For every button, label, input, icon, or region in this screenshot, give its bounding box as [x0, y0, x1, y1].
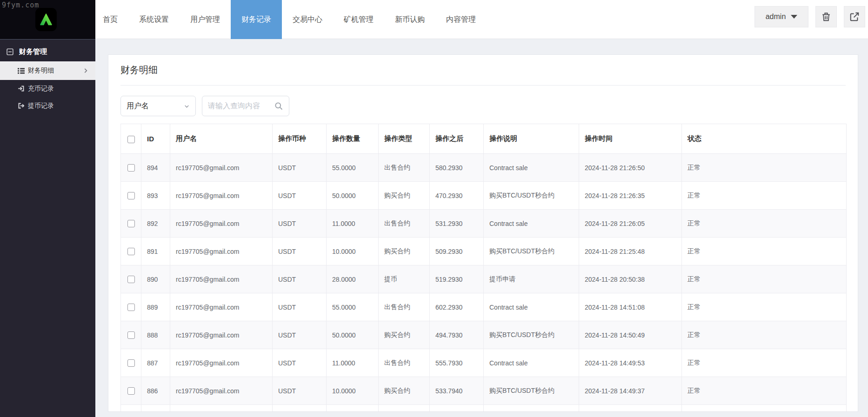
- cell-amount: 55.0000: [327, 154, 379, 182]
- cell-after: 494.7930: [430, 321, 484, 349]
- nav-tab-4[interactable]: 交易中心: [282, 0, 333, 39]
- top-bar-actions: admin: [754, 6, 865, 27]
- search-input[interactable]: [208, 102, 267, 110]
- cell-time: 2024-11-28 21:26:05: [579, 210, 682, 238]
- cell-type: 出售合约: [379, 349, 430, 377]
- page-title: 财务明细: [120, 64, 858, 76]
- row-checkbox[interactable]: [127, 387, 135, 395]
- cell-status: 正常: [682, 349, 847, 377]
- cell-status: 正常: [682, 154, 847, 182]
- cell-username: rc197705@gmail.com: [170, 238, 273, 265]
- chevron-down-icon: [184, 103, 190, 109]
- nav-tab-3[interactable]: 财务记录: [231, 0, 282, 39]
- user-menu-button[interactable]: admin: [754, 6, 808, 27]
- row-checkbox[interactable]: [127, 192, 135, 199]
- app-logo-icon: [35, 8, 57, 31]
- nav-tab-1[interactable]: 系统设置: [128, 0, 180, 39]
- cell-username: rc197705@gmail.com: [170, 377, 273, 405]
- nav-tab-6[interactable]: 新币认购: [384, 0, 435, 39]
- cell-after: 588.7940: [430, 405, 484, 412]
- cell-username: rc197705@gmail.com: [170, 265, 273, 293]
- cell-time: 2024-11-28 20:50:38: [579, 265, 682, 293]
- cell-desc: Contract sale: [484, 210, 579, 238]
- cell-amount: 11.0000: [327, 349, 379, 377]
- cell-type: 出售合约: [379, 210, 430, 238]
- cell-after: 580.2930: [430, 154, 484, 182]
- sign-out-icon: [18, 102, 25, 109]
- admin-app: 9fym.com 首页系统设置用户管理财务记录交易中心矿机管理新币认购内容管理 …: [0, 0, 868, 417]
- column-header: ID: [141, 124, 170, 154]
- row-checkbox[interactable]: [127, 359, 135, 367]
- column-header: 状态: [682, 124, 847, 154]
- cell-type: 购买合约: [379, 182, 430, 210]
- cell-amount: 11.0000: [327, 210, 379, 238]
- cell-id: 888: [141, 321, 170, 349]
- sidebar-item-label: 财务明细: [28, 66, 54, 75]
- cell-amount: 50.0000: [327, 321, 379, 349]
- cell-time: 2024-11-28 21:25:48: [579, 238, 682, 265]
- sign-in-icon: [18, 85, 25, 92]
- cell-username: rc197705@gmail.com: [170, 321, 273, 349]
- row-checkbox[interactable]: [127, 164, 135, 172]
- row-checkbox[interactable]: [127, 304, 135, 311]
- collapse-icon: [6, 48, 14, 56]
- export-button[interactable]: [844, 6, 865, 27]
- cell-amount: 55.0000: [327, 405, 379, 412]
- cell-status: 正常: [682, 265, 847, 293]
- table-body: 894rc197705@gmail.comUSDT55.0000出售合约580.…: [121, 154, 847, 412]
- sidebar-item-2[interactable]: 提币记录: [0, 97, 95, 114]
- chevron-right-icon: [82, 67, 89, 74]
- cell-amount: 10.0000: [327, 238, 379, 265]
- user-name: admin: [766, 13, 786, 21]
- cell-time: 2024-11-28 14:49:53: [579, 349, 682, 377]
- cell-coin: USDT: [273, 154, 327, 182]
- cell-desc: Contract sale: [484, 154, 579, 182]
- sidebar-section-label: 财务管理: [19, 47, 47, 56]
- cell-desc: Contract sale: [484, 293, 579, 321]
- search-icon[interactable]: [274, 101, 283, 111]
- sidebar-item-0[interactable]: 财务明细: [0, 61, 95, 80]
- cell-id: 886: [141, 377, 170, 405]
- filter-field-select[interactable]: 用户名: [120, 96, 196, 116]
- trash-button[interactable]: [815, 6, 837, 27]
- select-all-checkbox[interactable]: [127, 136, 135, 143]
- sidebar: 财务管理 财务明细充币记录提币记录: [0, 39, 95, 417]
- row-checkbox[interactable]: [127, 331, 135, 339]
- sidebar-section-finance[interactable]: 财务管理: [6, 46, 95, 57]
- title-divider: [120, 85, 846, 86]
- cell-status: 正常: [682, 210, 847, 238]
- cell-desc: 提币申请: [484, 265, 579, 293]
- row-checkbox[interactable]: [127, 220, 135, 227]
- top-nav: 首页系统设置用户管理财务记录交易中心矿机管理新币认购内容管理: [92, 0, 487, 39]
- cell-id: 887: [141, 349, 170, 377]
- table-row: 885rc197705@gmail.comUSDT55.0000出售合约588.…: [121, 405, 847, 412]
- row-checkbox[interactable]: [127, 248, 135, 255]
- cell-type: 提币: [379, 265, 430, 293]
- cell-time: 2024-11-28 14:49:22: [579, 405, 682, 412]
- cell-id: 889: [141, 293, 170, 321]
- sidebar-menu: 财务明细充币记录提币记录: [0, 61, 95, 114]
- nav-tab-7[interactable]: 内容管理: [435, 0, 487, 39]
- cell-coin: USDT: [273, 182, 327, 210]
- cell-amount: 55.0000: [327, 293, 379, 321]
- table-row: 887rc197705@gmail.comUSDT11.0000出售合约555.…: [121, 349, 847, 377]
- caret-down-icon: [791, 15, 797, 19]
- export-icon: [849, 12, 860, 22]
- sidebar-item-1[interactable]: 充币记录: [0, 80, 95, 97]
- cell-desc: 购买BTC/USDT秒合约: [484, 238, 579, 265]
- table-row: 888rc197705@gmail.comUSDT50.0000购买合约494.…: [121, 321, 847, 349]
- filter-field-value: 用户名: [127, 101, 149, 111]
- nav-tab-5[interactable]: 矿机管理: [333, 0, 384, 39]
- column-header: 操作类型: [379, 124, 430, 154]
- cell-coin: USDT: [273, 293, 327, 321]
- search-box: [202, 96, 289, 116]
- cell-id: 890: [141, 265, 170, 293]
- table-row: 889rc197705@gmail.comUSDT55.0000出售合约602.…: [121, 293, 847, 321]
- cell-coin: USDT: [273, 265, 327, 293]
- nav-tab-2[interactable]: 用户管理: [180, 0, 231, 39]
- cell-desc: Contract sale: [484, 405, 579, 412]
- table-row: 890rc197705@gmail.comUSDT28.0000提币519.29…: [121, 265, 847, 293]
- cell-status: 正常: [682, 377, 847, 405]
- nav-tab-0[interactable]: 首页: [92, 0, 128, 39]
- row-checkbox[interactable]: [127, 276, 135, 283]
